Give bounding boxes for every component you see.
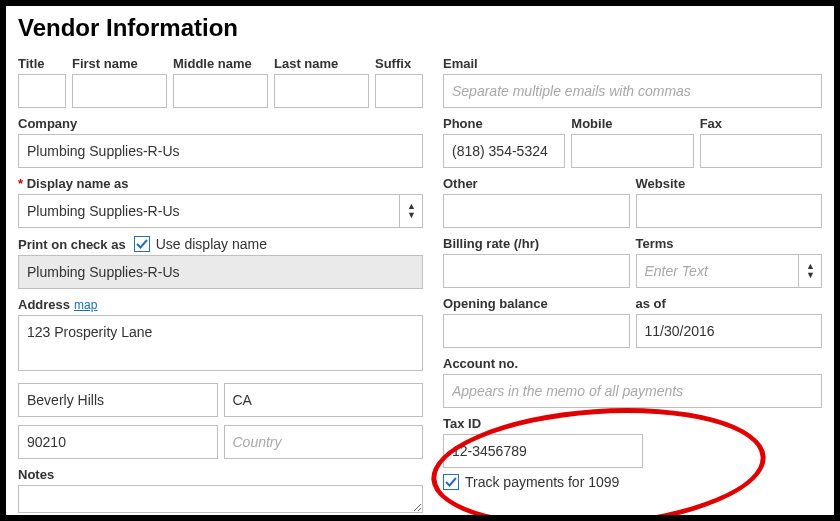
fax-label: Fax [700,116,822,131]
account-no-label: Account no. [443,356,822,371]
account-no-input[interactable] [443,374,822,408]
state-input[interactable] [224,383,424,417]
last-name-label: Last name [274,56,369,71]
street-input[interactable]: 123 Prosperity Lane [18,315,423,371]
print-on-check-input [18,255,423,289]
company-label: Company [18,116,423,131]
phone-input[interactable] [443,134,565,168]
track-1099-label: Track payments for 1099 [465,474,619,490]
map-link[interactable]: map [74,298,97,312]
title-input[interactable] [18,74,66,108]
middle-name-label: Middle name [173,56,268,71]
title-label: Title [18,56,66,71]
as-of-label: as of [636,296,823,311]
notes-label: Notes [18,467,423,482]
other-input[interactable] [443,194,630,228]
phone-label: Phone [443,116,565,131]
suffix-input[interactable] [375,74,423,108]
suffix-label: Suffix [375,56,423,71]
use-display-name-label: Use display name [156,236,267,252]
other-label: Other [443,176,630,191]
terms-label: Terms [636,236,823,251]
chevron-updown-icon[interactable]: ▲▼ [798,254,822,288]
fax-input[interactable] [700,134,822,168]
left-column: Title First name Middle name Last name S… [18,56,423,517]
chevron-updown-icon[interactable]: ▲▼ [399,194,423,228]
mobile-label: Mobile [571,116,693,131]
tax-id-input[interactable] [443,434,643,468]
print-on-check-label: Print on check as [18,237,126,252]
notes-input[interactable] [18,485,423,513]
opening-balance-label: Opening balance [443,296,630,311]
mobile-input[interactable] [571,134,693,168]
checkmark-icon [134,236,150,252]
address-label: Addressmap [18,297,423,312]
website-input[interactable] [636,194,823,228]
middle-name-input[interactable] [173,74,268,108]
first-name-input[interactable] [72,74,167,108]
as-of-input[interactable] [636,314,823,348]
country-input[interactable] [224,425,424,459]
checkmark-icon [443,474,459,490]
opening-balance-input[interactable] [443,314,630,348]
right-column: Email Phone Mobile Fax Other Website Bil… [443,56,822,517]
email-input[interactable] [443,74,822,108]
first-name-label: First name [72,56,167,71]
page-title: Vendor Information [18,14,822,42]
billing-rate-label: Billing rate (/hr) [443,236,630,251]
last-name-input[interactable] [274,74,369,108]
city-input[interactable] [18,383,218,417]
terms-select[interactable] [636,254,823,288]
company-input[interactable] [18,134,423,168]
website-label: Website [636,176,823,191]
display-name-select[interactable] [18,194,423,228]
tax-id-label: Tax ID [443,416,822,431]
billing-rate-input[interactable] [443,254,630,288]
track-1099-checkbox[interactable]: Track payments for 1099 [443,474,822,490]
email-label: Email [443,56,822,71]
display-name-label: Display name as [18,176,423,191]
zip-input[interactable] [18,425,218,459]
use-display-name-checkbox[interactable]: Use display name [134,236,267,252]
